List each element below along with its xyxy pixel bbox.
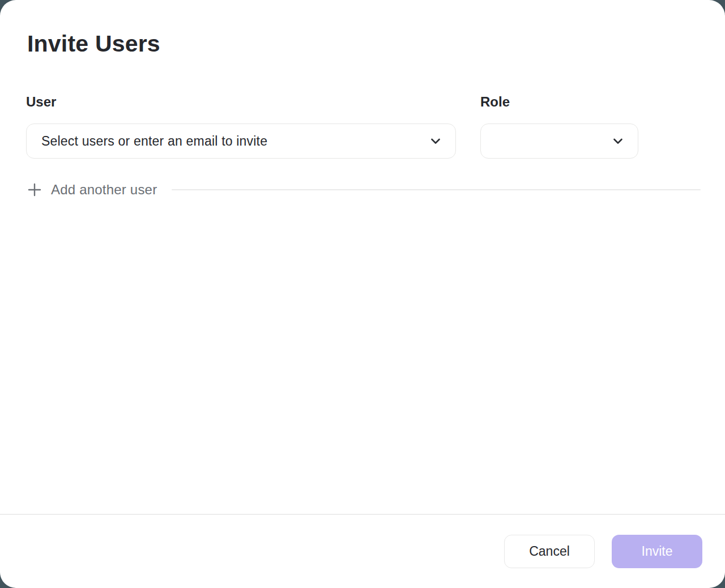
add-another-user-button[interactable]: Add another user [26,179,701,201]
chevron-down-icon [611,134,625,148]
user-select[interactable]: Select users or enter an email to invite [26,123,456,159]
user-select-placeholder: Select users or enter an email to invite [41,134,428,149]
user-field-label: User [26,94,56,110]
add-another-user-label: Add another user [51,182,157,198]
plus-icon [26,181,43,198]
role-field-label: Role [480,94,510,110]
cancel-button[interactable]: Cancel [504,535,595,568]
invite-users-modal: Invite Users User Select users or enter … [0,0,725,588]
page-title: Invite Users [27,31,160,57]
role-select[interactable] [480,123,638,159]
footer-divider [0,514,725,515]
chevron-down-icon [428,134,443,148]
divider [172,189,701,190]
invite-button[interactable]: Invite [612,535,702,568]
